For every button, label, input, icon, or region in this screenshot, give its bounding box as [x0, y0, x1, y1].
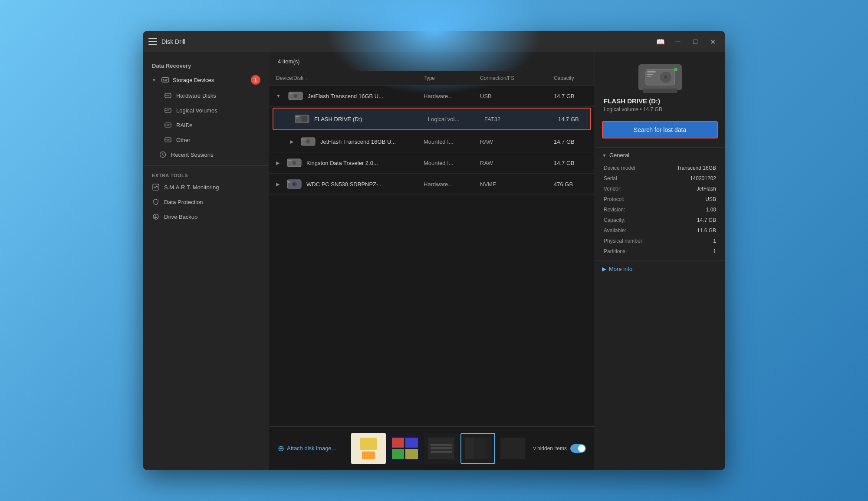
- protocol-value: USB: [705, 196, 716, 202]
- close-button[interactable]: ✕: [706, 35, 720, 49]
- attach-disk-label: Attach disk image...: [287, 445, 336, 452]
- svg-point-38: [293, 162, 295, 164]
- svg-rect-6: [167, 95, 170, 96]
- device-type: Hardware...: [424, 93, 480, 99]
- table-row-selected[interactable]: FLASH DRIVE (D:) Logical vol... FAT32 14…: [273, 108, 591, 130]
- right-panel: FLASH DRIVE (D:) Logical volume • 14.7 G…: [595, 52, 725, 470]
- sidebar-divider: [143, 165, 269, 166]
- thumbnail-5[interactable]: [497, 433, 528, 464]
- sidebar-item-smart-monitoring[interactable]: S.M.A.R.T. Monitoring: [143, 180, 269, 194]
- serial-value: 140301202: [690, 175, 716, 181]
- hardware-disks-label: Hardware Disks: [176, 92, 216, 99]
- chevron-down-icon: ▼: [602, 153, 607, 158]
- svg-rect-19: [167, 140, 169, 141]
- drive-backup-icon: [152, 213, 160, 221]
- svg-rect-11: [167, 111, 169, 111]
- sidebar-item-hardware-disks[interactable]: Hardware Disks: [143, 88, 269, 103]
- table-row[interactable]: ▶ Kingston Data Traveler 2.0... Mounted …: [269, 152, 595, 174]
- table-row[interactable]: ▼ JetFlash Transcend 16GB U... Hardware.…: [269, 86, 595, 107]
- svg-rect-29: [296, 116, 299, 117]
- device-name-cell: ▶ WDC PC SN530 SDBPNPZ-...: [276, 178, 424, 190]
- table-header: Device/Disk ↓ Type Connection/FS Capacit…: [269, 71, 595, 86]
- main-content: Data Recovery ▼ Storage Devices 1: [143, 52, 725, 470]
- svg-rect-39: [288, 160, 292, 161]
- info-row-vendor: Vendor: JetFlash: [595, 184, 725, 194]
- sidebar-item-storage-devices[interactable]: ▼ Storage Devices 1: [143, 72, 269, 88]
- maximize-button[interactable]: □: [688, 35, 702, 49]
- content-area: 4 item(s) Device/Disk ↓ Type Connection/…: [269, 52, 595, 470]
- device-name: JetFlash Transcend 16GB U...: [308, 93, 383, 99]
- expand-icon: ▶: [276, 160, 279, 166]
- info-row-partitions: Partitions: 1: [595, 246, 725, 257]
- svg-point-50: [664, 76, 667, 79]
- right-panel-device-subtitle: Logical volume • 14.7 GB: [595, 106, 725, 119]
- plus-icon: ⊕: [278, 444, 284, 453]
- device-name-cell: ▶ JetFlash Transcend 16GB U...: [276, 135, 424, 148]
- table-row[interactable]: ▶ JetFlash Transcend 16GB U... Mounted I…: [269, 131, 595, 152]
- device-connection: RAW: [480, 138, 554, 145]
- content-header: 4 item(s): [269, 52, 595, 71]
- device-name-cell: FLASH DRIVE (D:): [280, 113, 428, 125]
- info-row-serial: Serial 140301202: [595, 173, 725, 184]
- physical-number-value: 1: [713, 238, 716, 244]
- sidebar-item-recent-sessions[interactable]: Recent Sessions: [143, 147, 269, 162]
- col-type: Type: [424, 75, 480, 82]
- capacity-label: Capacity:: [604, 217, 625, 223]
- thumbnail-1[interactable]: [351, 433, 386, 464]
- sidebar-item-logical-volumes[interactable]: Logical Volumes: [143, 103, 269, 118]
- more-info-button[interactable]: ▶ More info: [595, 260, 725, 277]
- raids-label: RAIDs: [176, 122, 193, 129]
- table-row[interactable]: ▶ WDC PC SN530 SDBPNPZ-... Hardware... N…: [269, 174, 595, 195]
- hidden-items-toggle-area: v hidden items: [533, 444, 586, 453]
- general-section-header[interactable]: ▼ General: [595, 147, 725, 163]
- smart-monitoring-label: S.M.A.R.T. Monitoring: [164, 184, 219, 191]
- svg-rect-31: [301, 115, 307, 122]
- thumbnail-2[interactable]: [388, 433, 422, 464]
- sidebar-item-raids[interactable]: RAIDs: [143, 118, 269, 132]
- thumbnail-3[interactable]: [424, 433, 459, 464]
- svg-point-25: [295, 95, 296, 97]
- minimize-button[interactable]: ─: [671, 35, 685, 49]
- device-name: WDC PC SN530 SDBPNPZ-...: [306, 181, 383, 188]
- svg-point-42: [293, 183, 296, 185]
- sidebar-item-other[interactable]: Other: [143, 132, 269, 147]
- hidden-items-toggle[interactable]: [570, 444, 586, 453]
- flash-drive-name: FLASH DRIVE (D:): [314, 116, 362, 122]
- drive-led-icon: [674, 68, 677, 71]
- data-protection-icon: [152, 198, 160, 206]
- svg-rect-48: [647, 76, 651, 77]
- svg-rect-35: [302, 139, 306, 140]
- recent-sessions-label: Recent Sessions: [171, 152, 214, 158]
- attach-disk-button[interactable]: ⊕ Attach disk image...: [278, 444, 336, 453]
- data-recovery-section: Data Recovery: [143, 59, 269, 72]
- available-value: 11.6 GB: [697, 227, 716, 234]
- revision-value: 1.00: [706, 207, 716, 213]
- hidden-items-label: v hidden items: [533, 445, 567, 452]
- vendor-label: Vendor:: [604, 186, 621, 192]
- book-button[interactable]: 📖: [654, 35, 667, 49]
- logical-volumes-label: Logical Volumes: [176, 107, 217, 114]
- col-device-disk: Device/Disk ↓: [276, 75, 424, 82]
- sidebar-item-data-protection[interactable]: Data Protection: [143, 194, 269, 209]
- physical-number-label: Physical number:: [604, 238, 644, 244]
- app-title: Disk Drill: [161, 38, 185, 45]
- menu-icon[interactable]: [148, 38, 157, 45]
- item-count: 4 item(s): [278, 58, 300, 65]
- vendor-value: JetFlash: [697, 186, 716, 192]
- device-type: Mounted I...: [424, 138, 480, 145]
- svg-rect-46: [647, 71, 656, 73]
- thumbnail-4[interactable]: [460, 433, 495, 464]
- data-protection-label: Data Protection: [164, 199, 203, 205]
- badge-1: 1: [251, 75, 260, 85]
- info-row-available: Available: 11.6 GB: [595, 225, 725, 236]
- device-type: Hardware...: [424, 181, 480, 188]
- device-illustration-area: [595, 52, 725, 97]
- sidebar-item-drive-backup[interactable]: Drive Backup: [143, 209, 269, 224]
- title-bar: Disk Drill 📖 ─ □ ✕: [143, 31, 725, 52]
- device-name: Kingston Data Traveler 2.0...: [306, 160, 378, 166]
- svg-rect-2: [164, 79, 168, 79]
- recent-sessions-icon: [159, 151, 167, 158]
- chevron-right-icon: ▶: [602, 266, 606, 272]
- search-for-lost-data-button[interactable]: Search for lost data: [602, 121, 718, 138]
- smart-monitoring-icon: [152, 183, 160, 191]
